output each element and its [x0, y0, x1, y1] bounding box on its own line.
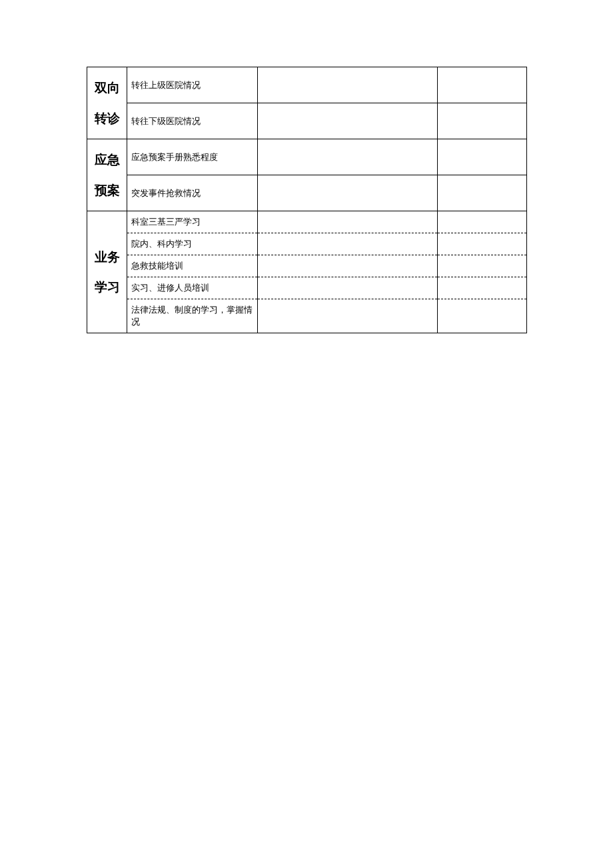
item-cell: 急救技能培训 [127, 255, 258, 277]
blank-cell [258, 175, 438, 211]
table-row: 业务学习 科室三基三严学习 [87, 211, 527, 233]
blank-cell [438, 233, 527, 255]
blank-cell [258, 233, 438, 255]
item-cell: 转往下级医院情况 [127, 103, 258, 139]
table-row: 双向转诊 转往上级医院情况 [87, 67, 527, 103]
blank-cell [258, 211, 438, 233]
category-cell: 双向转诊 [87, 67, 127, 139]
table-row: 应急预案 应急预案手册熟悉程度 [87, 139, 527, 175]
blank-cell [438, 255, 527, 277]
blank-cell [258, 299, 438, 333]
blank-cell [258, 103, 438, 139]
item-cell: 法律法规、制度的学习，掌握情况 [127, 299, 258, 333]
item-cell: 实习、进修人员培训 [127, 277, 258, 299]
assessment-table: 双向转诊 转往上级医院情况 转往下级医院情况 应急预案 应急预案手册熟悉程度 突… [87, 67, 527, 333]
blank-cell [258, 67, 438, 103]
blank-cell [438, 175, 527, 211]
blank-cell [438, 67, 527, 103]
item-cell: 应急预案手册熟悉程度 [127, 139, 258, 175]
table-row: 急救技能培训 [87, 255, 527, 277]
blank-cell [438, 299, 527, 333]
item-cell: 科室三基三严学习 [127, 211, 258, 233]
table-row: 转往下级医院情况 [87, 103, 527, 139]
item-cell: 突发事件抢救情况 [127, 175, 258, 211]
blank-cell [438, 211, 527, 233]
table-row: 院内、科内学习 [87, 233, 527, 255]
item-cell: 转往上级医院情况 [127, 67, 258, 103]
table-row: 实习、进修人员培训 [87, 277, 527, 299]
blank-cell [438, 139, 527, 175]
item-cell: 院内、科内学习 [127, 233, 258, 255]
blank-cell [438, 277, 527, 299]
category-cell: 业务学习 [87, 211, 127, 333]
blank-cell [258, 277, 438, 299]
table-row: 突发事件抢救情况 [87, 175, 527, 211]
table-row: 法律法规、制度的学习，掌握情况 [87, 299, 527, 333]
blank-cell [258, 255, 438, 277]
blank-cell [258, 139, 438, 175]
blank-cell [438, 103, 527, 139]
category-cell: 应急预案 [87, 139, 127, 211]
